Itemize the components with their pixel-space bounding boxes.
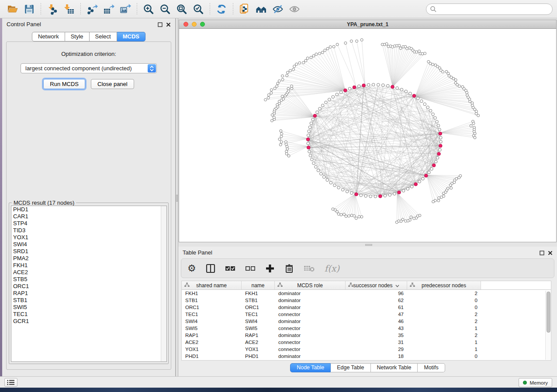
new-network-from-selection-icon[interactable] [236, 2, 253, 17]
horizontal-splitter[interactable] [178, 243, 557, 247]
tab-select[interactable]: Select [90, 32, 117, 41]
close-panel-button[interactable]: Close panel [91, 79, 134, 89]
first-neighbors-icon[interactable] [253, 2, 270, 17]
result-node[interactable]: FKH1 [11, 262, 166, 269]
split-columns-icon[interactable] [206, 264, 215, 273]
deselect-all-icon[interactable] [245, 265, 256, 272]
column-type-icon [348, 282, 353, 289]
table-row[interactable]: ACE2ACE2connector311 [182, 339, 551, 346]
cell-shared-name: SWI5 [182, 325, 242, 332]
show-all-icon[interactable] [286, 2, 303, 17]
optimization-criterion-select[interactable]: largest connected component (undirected) [21, 63, 157, 73]
result-node[interactable]: TEC1 [11, 311, 166, 318]
horizontal-splitter-grip[interactable] [365, 244, 372, 246]
table-row[interactable]: SWI5SWI5connector431 [182, 325, 551, 332]
table-scrollbar-thumb[interactable] [547, 292, 550, 333]
gear-icon[interactable]: ⚙ [187, 264, 196, 273]
result-node[interactable]: STP4 [11, 220, 166, 227]
export-table-icon[interactable] [100, 2, 117, 17]
apply-preferred-layout-icon[interactable] [213, 2, 230, 17]
column-header-successor-nodes[interactable]: successor nodes [346, 281, 407, 289]
tab-style[interactable]: Style [65, 32, 90, 41]
search-input[interactable] [426, 3, 553, 15]
result-node[interactable]: ORC1 [11, 283, 166, 290]
cell-name: RAP1 [242, 332, 275, 339]
result-node[interactable]: GCR1 [11, 318, 166, 325]
result-node[interactable]: SWI4 [11, 241, 166, 248]
result-node[interactable]: STB5 [11, 276, 166, 283]
result-node[interactable]: PHD1 [11, 206, 166, 213]
result-node[interactable]: CAR1 [11, 213, 166, 220]
export-image-icon[interactable] [117, 2, 134, 17]
cell-mcds-role: dominator [275, 318, 346, 325]
delete-table-icon[interactable] [304, 265, 315, 272]
tab-network-table[interactable]: Network Table [371, 363, 418, 372]
table-row[interactable]: TEC1TEC1connector472 [182, 311, 551, 318]
result-node[interactable]: PMA2 [11, 255, 166, 262]
panel-list-toggle-button[interactable] [4, 378, 17, 387]
mcds-result-list[interactable]: PHD1CAR1STP4TID3YOX1SWI4SRD1PMA2FKH1ACE2… [11, 206, 167, 362]
function-builder-icon[interactable]: f(x) [325, 263, 339, 274]
add-column-icon[interactable] [265, 264, 275, 273]
result-node[interactable]: ACE2 [11, 269, 166, 276]
table-row[interactable]: PHD1PHD1dominator180 [182, 353, 551, 360]
delete-column-icon[interactable] [284, 264, 294, 273]
import-network-icon[interactable] [44, 2, 61, 17]
run-mcds-button[interactable]: Run MCDS [43, 79, 85, 89]
result-node[interactable]: YOX1 [11, 234, 166, 241]
table-row[interactable]: ORC1ORC1dominator610 [182, 304, 551, 311]
column-label: name [251, 282, 264, 289]
cell-successor-nodes: 18 [346, 353, 407, 360]
save-session-icon[interactable] [21, 2, 38, 17]
cell-predecessor-nodes: 0 [407, 297, 481, 304]
result-node[interactable]: SRD1 [11, 248, 166, 255]
zoom-in-icon[interactable] [140, 2, 157, 17]
table-row[interactable]: RAP1RAP1dominator352 [182, 332, 551, 339]
column-header-name[interactable]: name [242, 281, 275, 289]
sort-chevron-icon[interactable] [395, 282, 399, 289]
toolbar-separator [80, 3, 81, 15]
result-node[interactable]: STB1 [11, 297, 166, 304]
table-scrollbar[interactable] [545, 291, 550, 360]
column-header-mcds-role[interactable]: MCDS role [275, 281, 346, 289]
export-network-icon[interactable] [84, 2, 100, 17]
tab-motifs[interactable]: Motifs [418, 363, 445, 372]
tab-mcds[interactable]: MCDS [117, 32, 145, 41]
cell-mcds-role: dominator [275, 297, 346, 304]
result-node[interactable]: TID3 [11, 227, 166, 234]
float-panel-icon[interactable] [540, 250, 544, 255]
cell-shared-name: YOX1 [182, 346, 242, 353]
table-row[interactable]: FKH1FKH1dominator962 [182, 290, 551, 297]
column-label: MCDS role [297, 282, 323, 289]
cell-successor-nodes: 96 [346, 290, 407, 297]
column-header-predecessor-nodes[interactable]: predecessor nodes [407, 281, 481, 289]
table-row[interactable]: SWI4SWI4dominator462 [182, 318, 551, 325]
zoom-fit-icon[interactable] [173, 2, 190, 17]
zoom-selected-icon[interactable] [190, 2, 207, 17]
tab-network[interactable]: Network [32, 32, 65, 41]
mcds-result-group: MCDS result (17 nodes) PHD1CAR1STP4TID3Y… [9, 203, 169, 364]
network-canvas[interactable] [179, 29, 557, 242]
close-panel-icon[interactable] [548, 250, 553, 255]
cell-name: FKH1 [242, 290, 275, 297]
hide-selected-icon[interactable] [270, 2, 286, 17]
table-panel-title: Table Panel [183, 249, 212, 256]
select-all-icon[interactable] [225, 265, 235, 272]
node-table-header: shared namenameMCDS rolesuccessor nodesp… [182, 281, 551, 290]
column-header-shared-name[interactable]: shared name [182, 281, 242, 289]
zoom-out-icon[interactable] [157, 2, 173, 17]
close-panel-icon[interactable] [166, 22, 171, 27]
tab-node-table[interactable]: Node Table [290, 363, 331, 372]
import-table-icon[interactable] [61, 2, 77, 17]
vertical-splitter-grip[interactable] [176, 195, 178, 202]
result-node[interactable]: RAP1 [11, 290, 166, 297]
result-list-scrollbar[interactable] [161, 206, 166, 361]
network-window-titlebar[interactable]: YPA_prune.txt_1 [179, 20, 557, 29]
result-node[interactable]: SWI5 [11, 304, 166, 311]
memory-button[interactable]: Memory [519, 378, 552, 387]
table-row[interactable]: YOX1YOX1connector291 [182, 346, 551, 353]
table-row[interactable]: STB1STB1dominator620 [182, 297, 551, 304]
tab-edge-table[interactable]: Edge Table [331, 363, 370, 372]
open-folder-icon[interactable] [4, 2, 21, 17]
float-panel-icon[interactable] [158, 22, 163, 27]
